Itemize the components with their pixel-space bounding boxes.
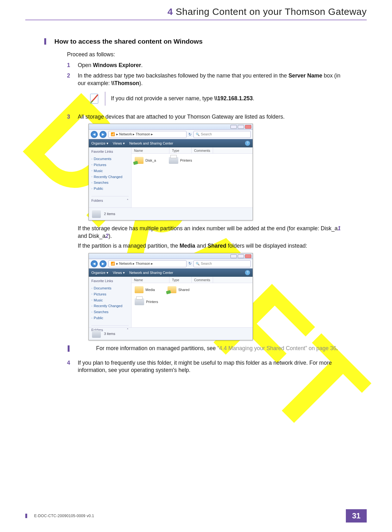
item-label: Media (145, 288, 155, 292)
views-menu[interactable]: Views ▾ (113, 141, 125, 146)
crumb-text: ▸ Network ▸ Thomson ▸ (116, 261, 153, 266)
col-type[interactable]: Type (169, 277, 192, 283)
search-input[interactable]: Search (193, 131, 251, 138)
sidebar: Favorite Links Documents Pictures Music … (89, 147, 132, 207)
sidebar-link[interactable]: Music (91, 297, 129, 303)
document-id: E-DOC-CTC-20090105-0009 v0.1 (34, 514, 94, 518)
sidebar-link[interactable]: Searches (91, 309, 129, 315)
close-button[interactable] (245, 125, 251, 129)
col-comments[interactable]: Comments (192, 277, 213, 283)
chapter-name: Sharing Content on your Thomson Gateway (176, 6, 367, 17)
section-marker (44, 38, 46, 45)
shared-folder-icon (168, 286, 176, 293)
printers-item[interactable]: Printers (169, 157, 192, 164)
maximize-button[interactable] (238, 125, 244, 129)
page-footer: E-DOC-CTC-20090105-0009 v0.1 31 (0, 509, 392, 523)
text: Open (78, 62, 93, 68)
back-button[interactable]: ◄ (91, 260, 98, 267)
note: If you did not provide a server name, ty… (89, 92, 348, 106)
main-pane: Name Type Comments Disk_a Printers (132, 147, 253, 207)
col-comments[interactable]: Comments (192, 147, 213, 153)
footer-marker (25, 514, 27, 518)
toolbar: Organize ▾ Views ▾ Network and Sharing C… (89, 139, 253, 147)
cross-reference-link[interactable]: “4.4 Managing your Shared Content” on pa… (217, 345, 336, 351)
sidebar-link[interactable]: Public (91, 186, 129, 192)
explorer-body: Favorite Links Documents Pictures Music … (89, 277, 253, 327)
printers-item[interactable]: Printers (135, 298, 249, 305)
text: In the address bar type two backslashes … (78, 72, 288, 79)
section-body: Proceed as follows: 1 Open Windows Explo… (67, 51, 348, 374)
italic: 1 (338, 225, 341, 232)
organize-menu[interactable]: Organize ▾ (91, 141, 108, 146)
refresh-icon[interactable]: ↻ (188, 261, 192, 266)
sidebar-link[interactable]: Pictures (91, 291, 129, 297)
folders-toggle[interactable]: Folders˄ (91, 196, 129, 203)
breadcrumb[interactable]: 📶▸ Network ▸ Thomson ▸ (108, 260, 187, 267)
text: All storage devices that are attached to… (78, 113, 348, 121)
search-input[interactable]: Search (193, 260, 251, 267)
folder-item[interactable]: Disk_a (135, 157, 156, 164)
text: . (253, 95, 254, 102)
help-button[interactable]: ? (245, 141, 250, 146)
step-num: 1 (67, 62, 78, 69)
note-text: If you did not provide a server name, ty… (111, 95, 348, 102)
back-button[interactable]: ◄ (91, 131, 98, 138)
views-menu[interactable]: Views ▾ (113, 270, 125, 275)
content: How to access the shared content on Wind… (25, 20, 367, 374)
nsc-button[interactable]: Network and Sharing Center (129, 141, 173, 146)
maximize-button[interactable] (238, 254, 244, 258)
sidebar-header: Favorite Links (91, 279, 129, 283)
aside-note: For more information on managed partitio… (68, 345, 348, 352)
col-name[interactable]: Name (132, 147, 169, 153)
computer-icon (92, 210, 101, 218)
nsc-button[interactable]: Network and Sharing Center (129, 270, 173, 275)
forward-button[interactable]: ► (100, 260, 107, 267)
sidebar-link[interactable]: Documents (91, 156, 129, 162)
page-header: 4 Sharing Content on your Thomson Gatewa… (25, 0, 367, 20)
footer-left: E-DOC-CTC-20090105-0009 v0.1 (25, 514, 94, 518)
sidebar-header: Favorite Links (91, 149, 129, 154)
titlebar (89, 253, 253, 259)
page-number: 31 (346, 509, 367, 523)
address-bar: ◄ ► 📶▸ Network ▸ Thomson ▸ ↻ Search (89, 259, 253, 269)
sidebar-link[interactable]: Public (91, 315, 129, 321)
text: and Disk_a (78, 233, 106, 239)
help-button[interactable]: ? (245, 270, 250, 275)
sidebar: Favorite Links Documents Pictures Music … (89, 277, 132, 327)
text: folders will be displayed instead: (226, 243, 307, 249)
minimize-button[interactable] (230, 254, 237, 258)
text: If the storage device has multiple parti… (78, 225, 338, 232)
sidebar-link[interactable]: Searches (91, 180, 129, 186)
minimize-button[interactable] (230, 125, 237, 129)
col-name[interactable]: Name (132, 277, 169, 283)
address-bar: ◄ ► 📶▸ Network ▸ Thomson ▸ ↻ Search (89, 130, 253, 139)
sidebar-link[interactable]: Pictures (91, 162, 129, 168)
printer-icon (135, 298, 144, 305)
step-num: 4 (67, 359, 78, 374)
chapter-number: 4 (168, 6, 173, 17)
close-button[interactable] (245, 254, 251, 258)
breadcrumb[interactable]: 📶▸ Network ▸ Thomson ▸ (108, 131, 187, 138)
sidebar-link[interactable]: Documents (91, 285, 129, 291)
text: If you did not provide a server name, ty… (111, 95, 214, 102)
forward-button[interactable]: ► (100, 131, 107, 138)
refresh-icon[interactable]: ↻ (188, 132, 192, 137)
column-headers: Name Type Comments (132, 277, 253, 283)
folder-icon (135, 286, 144, 293)
items-area: Disk_a Printers (132, 154, 253, 167)
sidebar-link[interactable]: Recently Changed (91, 174, 129, 180)
section-heading-row: How to access the shared content on Wind… (44, 38, 348, 45)
sidebar-link[interactable]: Recently Changed (91, 303, 129, 309)
item-label: Disk_a (145, 158, 156, 163)
bold: Server Name (288, 72, 322, 79)
explorer-window-1: ◄ ► 📶▸ Network ▸ Thomson ▸ ↻ Search Orga… (89, 124, 253, 220)
folder-item[interactable]: Shared (168, 286, 189, 293)
organize-menu[interactable]: Organize ▾ (91, 270, 108, 275)
folder-item[interactable]: Media (135, 286, 155, 293)
col-type[interactable]: Type (169, 147, 192, 153)
sidebar-link[interactable]: Music (91, 168, 129, 174)
step-body: Open Windows Explorer. (78, 62, 348, 69)
titlebar (89, 124, 253, 130)
printer-icon (169, 157, 178, 164)
text: ). (139, 80, 143, 86)
